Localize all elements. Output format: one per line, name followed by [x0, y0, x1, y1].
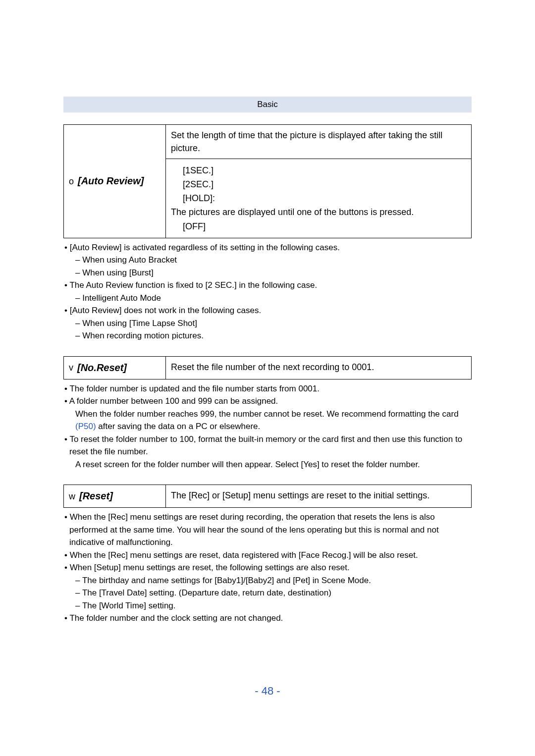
no-reset-icon-cell: v [No.Reset]	[69, 361, 160, 375]
note-nr-2b-c: after saving the data on a PC or elsewhe…	[96, 422, 261, 431]
no-reset-notes: The folder number is updated and the fil…	[63, 382, 472, 471]
opt-off: [OFF]	[183, 221, 206, 231]
opt-hold: [HOLD]:	[183, 193, 215, 203]
no-reset-table: v [No.Reset] Reset the file number of th…	[63, 356, 472, 379]
note-ar-1-s1: When using Auto Bracket	[69, 254, 472, 267]
note-nr-3b: A reset screen for the folder number wil…	[69, 458, 472, 471]
note-ar-2-s1: Intelligent Auto Mode	[69, 292, 472, 305]
auto-review-notes: [Auto Review] is activated regardless of…	[63, 241, 472, 342]
reset-letter: w	[69, 490, 75, 503]
note-r-3-s3: The [World Time] setting.	[69, 599, 472, 612]
auto-review-table: o [Auto Review] Set the length of time t…	[63, 124, 472, 238]
note-nr-2b-a: When the folder number reaches 999, the …	[75, 409, 459, 419]
no-reset-icon: [No.Reset]	[77, 361, 127, 375]
note-r-3: When [Setup] menu settings are reset, th…	[63, 561, 472, 612]
note-r-2: When the [Rec] menu settings are reset, …	[63, 549, 472, 562]
auto-review-icon-cell: o [Auto Review]	[69, 174, 160, 188]
note-r-4: The folder number and the clock setting …	[63, 612, 472, 625]
p50-link[interactable]: (P50)	[75, 422, 96, 431]
auto-review-desc: Set the length of time that the picture …	[166, 125, 472, 159]
note-ar-3-s2: When recording motion pictures.	[69, 329, 472, 342]
auto-review-icon: [Auto Review]	[78, 174, 144, 188]
page-header: Basic	[63, 97, 472, 112]
reset-icon-cell: w [Reset]	[69, 489, 160, 503]
page-number: - 48 -	[0, 685, 535, 698]
opt-1sec: [1SEC.]	[183, 165, 214, 175]
auto-review-letter: o	[69, 175, 74, 188]
reset-table: w [Reset] The [Rec] or [Setup] menu sett…	[63, 485, 472, 508]
note-nr-2: A folder number between 100 and 999 can …	[63, 395, 472, 433]
reset-notes: When the [Rec] menu settings are reset d…	[63, 511, 472, 625]
reset-desc: The [Rec] or [Setup] menu settings are r…	[166, 485, 472, 508]
note-r-3-s1: The birthday and name settings for [Baby…	[69, 574, 472, 587]
reset-icon: [Reset]	[79, 489, 113, 503]
no-reset-letter: v	[69, 361, 73, 374]
opt-2sec: [2SEC.]	[183, 179, 214, 189]
note-ar-1-s2: When using [Burst]	[69, 267, 472, 279]
note-nr-1: The folder number is updated and the fil…	[63, 382, 472, 395]
note-ar-3-s1: When using [Time Lapse Shot]	[69, 317, 472, 330]
opt-hold-desc: The pictures are displayed until one of …	[171, 207, 414, 217]
no-reset-desc: Reset the file number of the next record…	[166, 356, 472, 379]
note-r-3-s2: The [Travel Date] setting. (Departure da…	[69, 587, 472, 599]
note-nr-3: To reset the folder number to 100, forma…	[63, 433, 472, 471]
note-ar-1: [Auto Review] is activated regardless of…	[63, 241, 472, 279]
note-ar-3: [Auto Review] does not work in the follo…	[63, 304, 472, 342]
note-r-1: When the [Rec] menu settings are reset d…	[63, 511, 472, 549]
note-ar-2: The Auto Review function is fixed to [2 …	[63, 279, 472, 304]
auto-review-options: [1SEC.] [2SEC.] [HOLD]: The pictures are…	[166, 159, 472, 238]
